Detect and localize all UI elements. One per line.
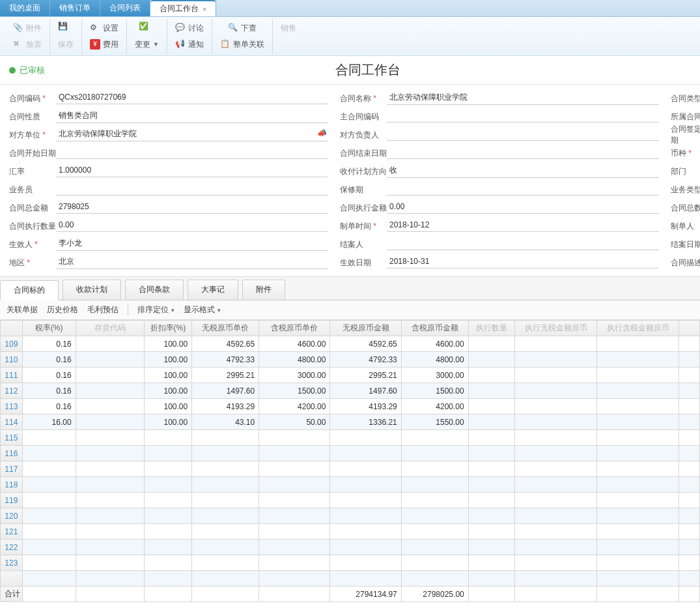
sub-tab-0[interactable]: 合同标的 xyxy=(0,280,59,300)
row-number[interactable]: 109 xyxy=(1,336,23,352)
table-row[interactable]: 117 xyxy=(1,461,700,477)
top-tab-1[interactable]: 销售订单 xyxy=(50,0,100,16)
grid-cell[interactable] xyxy=(597,414,679,430)
settings-button[interactable]: ⚙设置 xyxy=(87,22,121,35)
grid-cell[interactable] xyxy=(515,446,597,461)
grid-cell[interactable]: 4792.33 xyxy=(330,352,401,368)
field-value[interactable] xyxy=(56,147,328,159)
row-number[interactable]: 111 xyxy=(1,368,23,383)
field-value[interactable] xyxy=(387,239,659,250)
field-value[interactable]: 0.00 xyxy=(56,220,328,232)
grid-cell[interactable] xyxy=(259,508,330,524)
grid-cell[interactable] xyxy=(330,493,401,508)
grid-cell[interactable] xyxy=(76,414,144,430)
grid-cell[interactable] xyxy=(468,508,514,524)
table-row[interactable]: 123 xyxy=(1,555,700,571)
attach-button[interactable]: 📎附件 xyxy=(10,22,44,35)
field-value[interactable] xyxy=(56,184,328,195)
field-value[interactable]: 北京劳动保障职业学院📣 xyxy=(56,128,328,141)
field-value[interactable] xyxy=(387,184,659,195)
grid-cell[interactable] xyxy=(259,555,330,571)
sub-tab-3[interactable]: 大事记 xyxy=(188,280,238,300)
field-value[interactable] xyxy=(387,111,659,123)
drill-down-button[interactable]: 🔍下查 xyxy=(225,22,259,35)
grid-cell[interactable] xyxy=(144,508,192,524)
grid-cell[interactable] xyxy=(192,430,259,446)
grid-cell[interactable] xyxy=(144,461,192,477)
grid-cell[interactable] xyxy=(192,446,259,461)
row-number[interactable]: 110 xyxy=(1,352,23,368)
grid-cell[interactable] xyxy=(22,477,76,493)
grid-cell[interactable] xyxy=(192,540,259,555)
table-row[interactable]: 118 xyxy=(1,477,700,493)
grid-cell[interactable] xyxy=(76,524,144,540)
grid-cell[interactable] xyxy=(401,477,468,493)
row-number[interactable]: 120 xyxy=(1,508,23,524)
table-row[interactable]: 1090.16100.004592.654600.004592.654600.0… xyxy=(1,336,700,352)
close-icon[interactable]: × xyxy=(203,5,206,13)
grid-cell[interactable]: 100.00 xyxy=(144,336,192,352)
grid-cell[interactable] xyxy=(22,430,76,446)
trumpet-icon[interactable]: 📣 xyxy=(317,128,327,138)
grid-cell[interactable] xyxy=(259,430,330,446)
grid-cell[interactable] xyxy=(468,336,514,352)
field-value[interactable]: 0.00 xyxy=(387,202,659,214)
grid-cell[interactable]: 3000.00 xyxy=(401,368,468,383)
grid-cell[interactable] xyxy=(192,555,259,571)
field-value[interactable]: 2018-10-12 xyxy=(387,220,659,232)
grid-header[interactable]: 含税原币金额 xyxy=(401,321,468,336)
grid-cell[interactable] xyxy=(76,399,144,414)
grid-header[interactable]: 执行无税金额原币 xyxy=(515,321,597,336)
grid-cell[interactable]: 1336.21 xyxy=(330,414,401,430)
whole-link-button[interactable]: 📋整单关联 xyxy=(217,38,267,51)
grid-cell[interactable] xyxy=(597,508,679,524)
grid-header[interactable]: 执行含税金额原币 xyxy=(597,321,679,336)
grid-cell[interactable] xyxy=(144,524,192,540)
grid-cell[interactable] xyxy=(515,540,597,555)
grid-cell[interactable]: 100.00 xyxy=(144,414,192,430)
field-value[interactable]: 北京劳动保障职业学院 xyxy=(387,92,659,105)
row-number[interactable]: 118 xyxy=(1,477,23,493)
grid-cell[interactable]: 4600.00 xyxy=(401,336,468,352)
grid-cell[interactable] xyxy=(597,336,679,352)
grid-cell[interactable]: 1550.00 xyxy=(401,414,468,430)
grid-cell[interactable] xyxy=(468,493,514,508)
grid-cell[interactable] xyxy=(597,430,679,446)
grid-cell[interactable] xyxy=(144,540,192,555)
grid-cell[interactable] xyxy=(597,383,679,399)
grid-cell[interactable] xyxy=(597,368,679,383)
row-number[interactable]: 121 xyxy=(1,524,23,540)
grid-cell[interactable] xyxy=(22,493,76,508)
grid-cell[interactable] xyxy=(401,508,468,524)
field-value[interactable]: 2018-10-31 xyxy=(387,257,659,268)
grid-cell[interactable] xyxy=(468,430,514,446)
grid-cell[interactable] xyxy=(192,493,259,508)
grid-cell[interactable] xyxy=(468,524,514,540)
grid-cell[interactable] xyxy=(468,383,514,399)
grid-cell[interactable]: 4600.00 xyxy=(259,336,330,352)
field-value[interactable]: 收 xyxy=(387,165,659,178)
grid-cell[interactable]: 3000.00 xyxy=(259,368,330,383)
row-number[interactable]: 122 xyxy=(1,540,23,555)
grid-cell[interactable] xyxy=(597,477,679,493)
grid-cell[interactable] xyxy=(468,414,514,430)
grid-cell[interactable] xyxy=(76,461,144,477)
grid-cell[interactable] xyxy=(76,430,144,446)
table-row[interactable]: 116 xyxy=(1,446,700,461)
grid-cell[interactable] xyxy=(330,446,401,461)
grid-cell[interactable] xyxy=(144,493,192,508)
grid-cell[interactable] xyxy=(468,352,514,368)
grid-cell[interactable]: 4792.33 xyxy=(192,352,259,368)
table-row[interactable]: 1120.16100.001497.601500.001497.601500.0… xyxy=(1,383,700,399)
grid-cell[interactable] xyxy=(515,555,597,571)
grid-cell[interactable] xyxy=(330,540,401,555)
row-number[interactable]: 114 xyxy=(1,414,23,430)
grid-header[interactable]: 含税原币单价 xyxy=(259,321,330,336)
discuss-button[interactable]: 💬讨论 xyxy=(173,22,206,35)
grid-toolbar-btn-2[interactable]: 毛利预估 xyxy=(87,304,119,315)
grid-cell[interactable] xyxy=(468,446,514,461)
grid-cell[interactable] xyxy=(330,508,401,524)
save-button[interactable]: 保存 xyxy=(55,38,76,51)
grid-cell[interactable] xyxy=(259,540,330,555)
grid-cell[interactable] xyxy=(330,430,401,446)
